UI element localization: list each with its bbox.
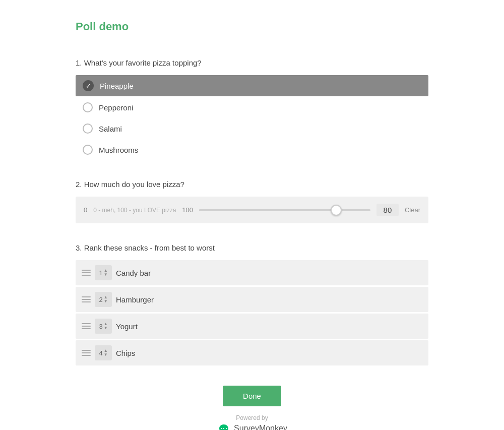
- poll-title: Poll demo: [76, 20, 428, 33]
- q3-text: Rank these snacks - from best to worst: [84, 243, 215, 252]
- slider-min-label: 0: [84, 206, 87, 214]
- q1-number: 1.: [76, 58, 82, 67]
- drag-line: [82, 299, 91, 300]
- brand-name: SurveyMonkey: [234, 424, 287, 430]
- radio-label-mushrooms: Mushrooms: [99, 146, 138, 154]
- radio-option-pepperoni[interactable]: Pepperoni: [76, 97, 428, 117]
- slider-value: 80: [376, 204, 399, 216]
- drag-line: [82, 323, 91, 324]
- surveymonkey-logo: SurveyMonkey: [217, 423, 287, 430]
- question-2-block: 2. How much do you love pizza? 0 0 - meh…: [76, 180, 428, 223]
- rank-number-3[interactable]: 3▲▼: [95, 319, 112, 334]
- slider-max-label: 100: [182, 206, 193, 214]
- drag-line: [82, 326, 91, 327]
- drag-line: [82, 352, 91, 353]
- radio-label-pineapple: Pineapple: [100, 82, 134, 90]
- slider-description: 0 - meh, 100 - you LOVE pizza: [93, 207, 176, 214]
- rank-down-1[interactable]: ▼: [104, 273, 108, 277]
- rank-label-1: Candy bar: [116, 269, 151, 277]
- slider-fill: [199, 209, 336, 211]
- q3-number: 3.: [76, 243, 82, 252]
- question-1-block: 1. What's your favorite pizza topping? ✓…: [76, 58, 428, 160]
- drag-handle-4[interactable]: [82, 350, 91, 356]
- q1-text: What's your favorite pizza topping?: [84, 58, 202, 67]
- drag-line: [82, 270, 91, 271]
- radio-circle-salami: [83, 124, 93, 134]
- radio-circle-pepperoni: [83, 102, 93, 112]
- rank-item-3: 3▲▼ Yogurt: [76, 314, 428, 339]
- drag-line: [82, 328, 91, 329]
- rank-item-4: 4▲▼ Chips: [76, 340, 428, 365]
- surveymonkey-icon: [217, 423, 231, 430]
- drag-line: [82, 272, 91, 273]
- drag-line: [82, 275, 91, 276]
- rank-label-2: Hamburger: [116, 295, 154, 304]
- slider-track: [199, 209, 370, 211]
- drag-line: [82, 296, 91, 297]
- rank-item-1: 1▲▼ Candy bar: [76, 260, 428, 285]
- question-3-block: 3. Rank these snacks - from best to wors…: [76, 243, 428, 365]
- radio-label-pepperoni: Pepperoni: [99, 103, 133, 112]
- slider-track-wrap[interactable]: [199, 205, 370, 215]
- radio-option-pineapple[interactable]: ✓ Pineapple: [76, 75, 428, 96]
- done-button[interactable]: Done: [223, 386, 281, 406]
- rank-number-4[interactable]: 4▲▼: [95, 345, 112, 360]
- footer: Powered by SurveyMonkey See how easy it …: [202, 414, 302, 430]
- rank-label-4: Chips: [116, 349, 135, 357]
- question-1-label: 1. What's your favorite pizza topping?: [76, 58, 428, 67]
- question-3-label: 3. Rank these snacks - from best to wors…: [76, 243, 428, 252]
- drag-handle-2[interactable]: [82, 296, 91, 302]
- question-2-label: 2. How much do you love pizza?: [76, 180, 428, 189]
- drag-handle-3[interactable]: [82, 323, 91, 329]
- q2-number: 2.: [76, 180, 82, 189]
- rank-down-3[interactable]: ▼: [104, 326, 108, 330]
- checkmark-icon: ✓: [83, 80, 94, 91]
- rank-label-3: Yogurt: [116, 322, 138, 331]
- slider-clear-button[interactable]: Clear: [405, 206, 420, 214]
- rank-down-4[interactable]: ▼: [104, 353, 108, 357]
- powered-by-text: Powered by: [236, 414, 268, 421]
- rank-number-1[interactable]: 1▲▼: [95, 265, 112, 280]
- drag-line: [82, 355, 91, 356]
- drag-line: [82, 350, 91, 351]
- page-container: Poll demo 1. What's your favorite pizza …: [35, 0, 469, 430]
- rank-number-2[interactable]: 2▲▼: [95, 292, 112, 307]
- rank-item-2: 2▲▼ Hamburger: [76, 287, 428, 312]
- q2-text: How much do you love pizza?: [84, 180, 184, 189]
- radio-circle-mushrooms: [83, 145, 93, 155]
- drag-handle-1[interactable]: [82, 270, 91, 276]
- radio-label-salami: Salami: [99, 125, 122, 133]
- rank-down-2[interactable]: ▼: [104, 299, 108, 303]
- slider-container: 0 0 - meh, 100 - you LOVE pizza 100 80 C…: [76, 197, 428, 223]
- radio-option-salami[interactable]: Salami: [76, 118, 428, 139]
- done-section: Done Powered by SurveyMonkey See how eas…: [76, 386, 428, 430]
- slider-thumb[interactable]: [331, 205, 342, 216]
- radio-option-mushrooms[interactable]: Mushrooms: [76, 140, 428, 160]
- drag-line: [82, 301, 91, 302]
